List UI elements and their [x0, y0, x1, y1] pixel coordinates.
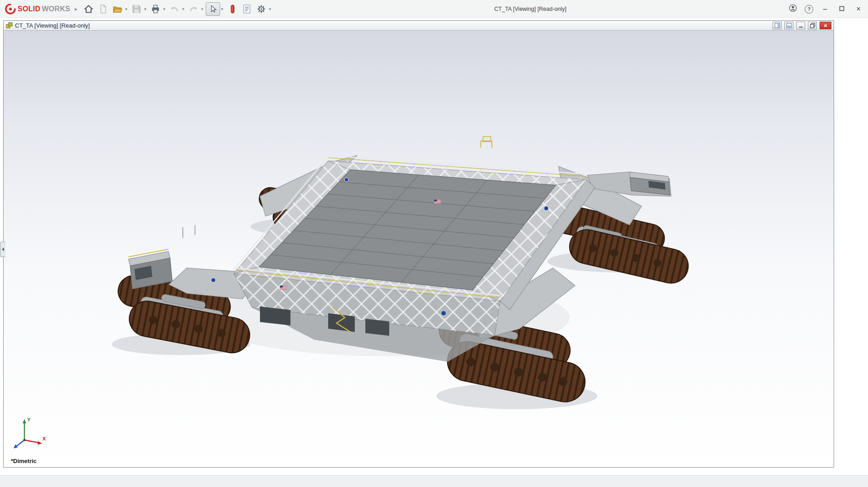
collapsed-panel-tab[interactable]	[0, 242, 5, 257]
file-properties-icon	[241, 3, 253, 15]
save-icon	[131, 3, 142, 15]
maximize-button[interactable]	[837, 5, 847, 13]
orientation-triad: Y X	[10, 416, 48, 452]
logo-text-works: WORKS	[42, 5, 70, 13]
maximize-icon	[839, 6, 844, 11]
restore-icon	[810, 23, 816, 28]
breadcrumb-expand-arrow[interactable]: ▸	[75, 6, 77, 12]
select-tool-button[interactable]	[206, 2, 220, 16]
redo-icon	[188, 3, 199, 15]
assembly-document-icon	[6, 22, 13, 29]
tile-horizontal-button[interactable]	[784, 22, 793, 29]
save-button[interactable]	[130, 2, 143, 16]
triad-x-label: X	[42, 436, 46, 441]
home-icon	[83, 3, 94, 15]
minimize-icon	[798, 23, 804, 28]
triad-y-label: Y	[27, 417, 31, 422]
solidworks-logo: SOLIDWORKS	[5, 3, 70, 15]
undo-dropdown-arrow[interactable]: ▾	[180, 7, 186, 11]
status-bar	[0, 475, 868, 487]
gear-icon	[255, 3, 267, 15]
new-document-icon	[97, 3, 109, 15]
3ds-logo-icon	[5, 3, 16, 15]
redo-button[interactable]	[187, 2, 200, 16]
graphics-viewport[interactable]: Y X *Dimetric	[4, 31, 834, 467]
document-titlebar[interactable]: CT_TA [Viewing] [Read-only] ×	[4, 21, 834, 31]
file-properties-button[interactable]	[240, 2, 254, 16]
print-icon	[150, 3, 161, 15]
3dexperience-button[interactable]	[226, 2, 239, 16]
panel-expand-arrow-icon	[2, 248, 4, 251]
select-dropdown-arrow[interactable]: ▾	[219, 7, 225, 11]
view-orientation-label: *Dimetric	[11, 458, 37, 464]
open-folder-icon	[112, 3, 123, 15]
logo-text-solid: SOLID	[18, 5, 40, 13]
3dexperience-icon	[226, 3, 238, 15]
redo-dropdown-arrow[interactable]: ▾	[199, 7, 205, 11]
document-close-button[interactable]: ×	[820, 22, 831, 29]
document-window: CT_TA [Viewing] [Read-only] ×	[3, 20, 834, 468]
tile-vertical-icon	[774, 23, 780, 28]
print-button[interactable]	[149, 2, 162, 16]
window-title: CT_TA [Viewing] [Read-only]	[494, 0, 566, 18]
select-cursor-icon	[208, 4, 218, 14]
home-button[interactable]	[82, 2, 95, 16]
undo-icon	[169, 3, 180, 15]
close-button[interactable]: ×	[854, 5, 863, 13]
crawler-transporter-model[interactable]	[4, 31, 834, 467]
undo-button[interactable]	[168, 2, 181, 16]
save-dropdown-arrow[interactable]: ▾	[142, 7, 148, 11]
account-icon	[788, 3, 798, 13]
document-title: CT_TA [Viewing] [Read-only]	[15, 22, 770, 29]
open-dropdown-arrow[interactable]: ▾	[123, 7, 129, 11]
tile-horizontal-icon	[786, 23, 792, 28]
print-dropdown-arrow[interactable]: ▾	[161, 7, 167, 11]
main-titlebar: SOLIDWORKS ▸ ▾	[0, 0, 868, 18]
help-button[interactable]: ?	[805, 5, 813, 14]
document-minimize-button[interactable]	[796, 22, 805, 29]
help-glyph: ?	[807, 6, 811, 12]
options-dropdown-arrow[interactable]: ▾	[267, 7, 273, 11]
account-button[interactable]	[788, 3, 798, 15]
tile-vertical-button[interactable]	[773, 22, 782, 29]
new-document-button[interactable]	[96, 2, 110, 16]
document-restore-button[interactable]	[808, 22, 817, 29]
minimize-button[interactable]: –	[820, 5, 830, 13]
open-button[interactable]	[111, 2, 124, 16]
options-button[interactable]	[255, 2, 268, 16]
